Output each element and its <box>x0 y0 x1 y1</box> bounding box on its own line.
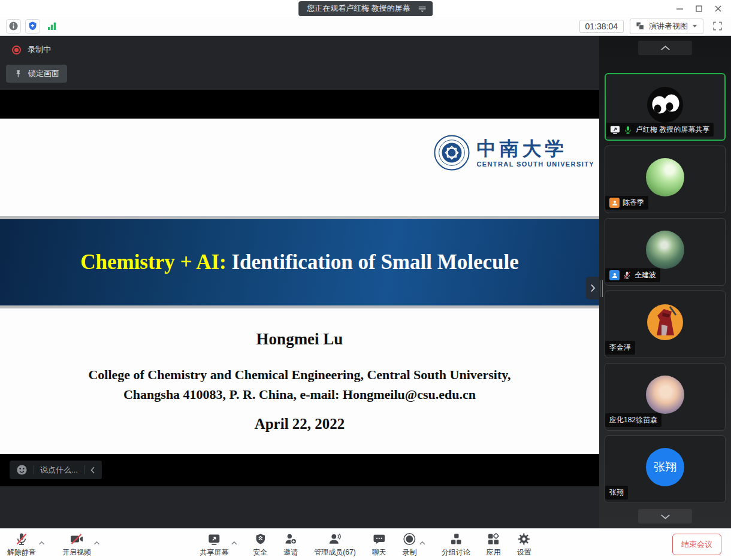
fullscreen-icon <box>712 21 723 31</box>
toolbar-apps-button[interactable]: 应用 <box>487 531 501 558</box>
recording-dot-icon <box>12 46 21 55</box>
screen-share-icon <box>610 125 620 135</box>
recording-label: 录制中 <box>28 44 51 55</box>
person-icon <box>609 198 620 208</box>
caret-up-icon[interactable] <box>93 537 100 547</box>
shared-screen-area: 中南大学 CENTRAL SOUTH UNIVERSITY Chemistry … <box>0 36 599 528</box>
lock-view-label: 锁定画面 <box>28 68 59 79</box>
window-titlebar: 您正在观看卢红梅 教授的屏幕 <box>0 0 731 17</box>
chat-collapse-icon[interactable] <box>90 467 95 474</box>
toolbar-label: 聊天 <box>372 547 386 558</box>
emoji-icon[interactable] <box>16 464 28 476</box>
toolbar-settings-button[interactable]: 设置 <box>517 531 531 558</box>
chat-placeholder[interactable]: 说点什么... <box>40 465 78 476</box>
toolbar-label: 共享屏幕 <box>200 547 228 558</box>
participant-tile[interactable]: 仝建波 <box>605 218 726 286</box>
security-shield-icon <box>254 531 267 547</box>
signal-bars-icon <box>47 22 57 31</box>
mic-on-icon <box>623 125 633 135</box>
participant-tile[interactable]: 张翔张翔 <box>605 435 726 503</box>
caret-up-icon[interactable] <box>231 537 237 547</box>
sidebar-collapse-button[interactable] <box>586 277 599 299</box>
toolbar-label: 安全 <box>253 547 267 558</box>
end-meeting-button[interactable]: 结束会议 <box>672 534 721 555</box>
caret-up-icon[interactable] <box>419 537 426 547</box>
participant-name: 陈香季 <box>623 198 644 208</box>
initials-avatar: 张翔 <box>646 448 684 486</box>
csu-emblem-icon <box>433 134 470 171</box>
chevron-up-icon <box>660 46 670 51</box>
status-right: 01:38:04 演讲者视图 <box>579 19 726 34</box>
toolbar-breakout-button[interactable]: 分组讨论 <box>442 531 470 558</box>
breakout-icon <box>449 531 463 547</box>
minimize-button[interactable] <box>670 1 689 16</box>
slide-letterbox-bottom: 说点什么... <box>0 454 599 486</box>
scroll-down-button[interactable] <box>638 509 692 523</box>
slide-author: Hongmei Lu <box>0 308 599 349</box>
recording-indicator: 录制中 <box>12 44 51 55</box>
meeting-info-button[interactable] <box>6 19 21 34</box>
chat-icon <box>372 531 386 547</box>
slide-title-highlight: Chemistry + AI: <box>80 250 226 274</box>
quick-chat-input[interactable]: 说点什么... <box>10 461 102 479</box>
slide-title-rest: Identification of Small Molecule <box>226 250 519 274</box>
view-mode-button[interactable]: 演讲者视图 <box>630 19 703 34</box>
toolbar-invite-button[interactable]: 邀请 <box>283 531 298 558</box>
caret-up-icon[interactable] <box>38 537 45 547</box>
participant-label: 张翔 <box>605 486 628 500</box>
chevron-down-icon <box>660 514 670 519</box>
toolbar-label: 解除静音 <box>7 547 36 558</box>
participants-sidebar: 卢红梅 教授的屏幕共享陈香季 仝建波李金泽应化182徐苗森张翔张翔 <box>599 36 731 528</box>
fullscreen-button[interactable] <box>709 19 725 34</box>
toolbar-camera-off-button[interactable]: 开启视频 <box>62 531 91 558</box>
meeting-toolbar: 解除静音开启视频 共享屏幕安全邀请管理成员(67)聊天录制分组讨论应用设置 结束… <box>0 528 731 560</box>
toolbar-record-button[interactable]: 录制 <box>403 531 417 558</box>
avatar <box>646 303 684 341</box>
meeting-window: 您正在观看卢红梅 教授的屏幕 01:38:04 演讲者视图 <box>0 0 731 560</box>
banner-menu-icon[interactable] <box>418 5 427 13</box>
slide-title: Chemistry + AI: Identification of Small … <box>80 250 519 274</box>
toolbar-label: 分组讨论 <box>442 547 470 558</box>
slide-affiliation: College of Chemistry and Chemical Engine… <box>0 365 599 404</box>
network-status-button[interactable] <box>44 19 59 34</box>
participant-tile[interactable]: 陈香季 <box>605 146 726 213</box>
participant-label: 仝建波 <box>605 268 660 282</box>
sidebar-resize-handle[interactable] <box>600 280 603 297</box>
participant-tile[interactable]: 应化182徐苗森 <box>605 363 726 431</box>
slide-body: Hongmei Lu College of Chemistry and Chem… <box>0 308 599 454</box>
participant-name: 张翔 <box>609 488 624 498</box>
main-content: 中南大学 CENTRAL SOUTH UNIVERSITY Chemistry … <box>0 36 731 528</box>
watching-banner: 您正在观看卢红梅 教授的屏幕 <box>298 1 433 16</box>
chevron-right-icon <box>590 284 596 292</box>
mic-muted-icon <box>623 271 632 280</box>
toolbar-members-button[interactable]: 管理成员(67) <box>314 531 355 558</box>
scroll-up-button[interactable] <box>638 41 692 55</box>
toolbar-label: 设置 <box>517 547 531 558</box>
toolbar-label: 管理成员(67) <box>314 547 355 558</box>
slide-affiliation-line2: Changsha 410083, P. R. China, e-mail: Ho… <box>0 385 599 404</box>
slide-date: April 22, 2022 <box>0 416 599 432</box>
info-icon <box>8 21 19 31</box>
participant-tile[interactable]: 卢红梅 教授的屏幕共享 <box>605 73 726 141</box>
lock-view-button[interactable]: 锁定画面 <box>6 65 67 83</box>
security-status-button[interactable] <box>25 19 40 34</box>
status-bar: 01:38:04 演讲者视图 <box>0 17 731 36</box>
toolbar-chat-button[interactable]: 聊天 <box>372 531 386 558</box>
apps-icon <box>487 531 501 547</box>
maximize-button[interactable] <box>689 1 708 16</box>
participant-name: 仝建波 <box>635 270 656 280</box>
invite-icon <box>283 531 298 547</box>
toolbar-label: 录制 <box>403 547 417 558</box>
camera-off-icon <box>69 531 84 547</box>
close-button[interactable] <box>708 1 727 16</box>
participant-name: 应化182徐苗森 <box>609 415 657 425</box>
members-icon <box>328 531 343 547</box>
toolbar-security-shield-button[interactable]: 安全 <box>253 531 267 558</box>
window-controls <box>670 0 727 17</box>
participant-name: 卢红梅 教授的屏幕共享 <box>636 125 709 135</box>
participant-label: 卢红梅 教授的屏幕共享 <box>606 123 714 137</box>
toolbar-mic-muted-button[interactable]: 解除静音 <box>7 531 36 558</box>
layout-view-icon <box>636 22 645 31</box>
participant-tile[interactable]: 李金泽 <box>605 290 726 358</box>
toolbar-share-screen-button[interactable]: 共享屏幕 <box>200 531 228 558</box>
